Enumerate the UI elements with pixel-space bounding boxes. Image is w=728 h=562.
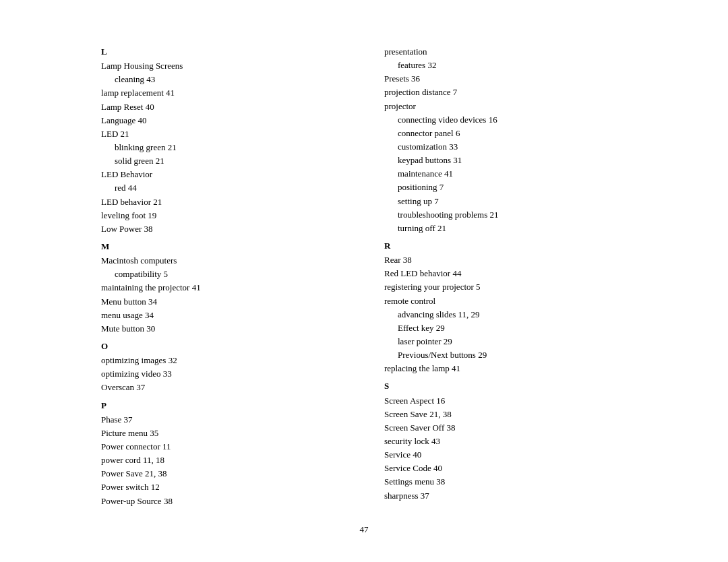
index-entry: customization 33: [384, 140, 627, 154]
index-entry: Low Power 38: [101, 222, 344, 236]
index-entry: troubleshooting problems 21: [384, 208, 627, 222]
index-entry: Presets 36: [384, 72, 627, 86]
index-entry: maintaining the projector 41: [101, 281, 344, 294]
index-entry: remote control: [384, 294, 627, 308]
index-entry: blinking green 21: [101, 141, 344, 154]
index-entry: Red LED behavior 44: [384, 267, 627, 280]
index-entry: Settings menu 38: [384, 475, 627, 489]
index-entry: turning off 21: [384, 222, 627, 235]
index-entry: Power Save 21, 38: [101, 467, 344, 480]
index-entry: Power switch 12: [101, 480, 344, 494]
index-entry: power cord 11, 18: [101, 454, 344, 467]
left-column: LLamp Housing Screenscleaning 43lamp rep…: [101, 45, 344, 512]
index-entry: advancing slides 11, 29: [384, 308, 627, 321]
index-entry: security lock 43: [384, 435, 627, 448]
index-entry: Previous/Next buttons 29: [384, 348, 627, 362]
index-entry: menu usage 34: [101, 309, 344, 322]
index-entry: sharpness 37: [384, 489, 627, 503]
index-entry: LED 21: [101, 127, 344, 141]
index-entry: Phase 37: [101, 413, 344, 427]
index-entry: Language 40: [101, 114, 344, 127]
index-entry: Mute button 30: [101, 322, 344, 336]
index-entry: registering your projector 5: [384, 280, 627, 294]
index-entry: Overscan 37: [101, 381, 344, 394]
index-entry: Power-up Source 38: [101, 495, 344, 508]
index-entry: Screen Aspect 16: [384, 394, 627, 408]
page-number: 47: [101, 524, 627, 535]
index-entry: Lamp Reset 40: [101, 100, 344, 114]
page: LLamp Housing Screenscleaning 43lamp rep…: [101, 45, 627, 517]
index-entry: leveling foot 19: [101, 209, 344, 222]
index-entry: connector panel 6: [384, 127, 627, 140]
index-entry: Lamp Housing Screens: [101, 59, 344, 73]
index-entry: optimizing images 32: [101, 354, 344, 367]
index-entry: laser pointer 29: [384, 335, 627, 348]
index-entry: Menu button 34: [101, 295, 344, 309]
index-entry: setting up 7: [384, 195, 627, 208]
index-entry: replacing the lamp 41: [384, 362, 627, 375]
index-entry: solid green 21: [101, 154, 344, 168]
section-letter: R: [384, 239, 627, 253]
index-entry: Macintosh computers: [101, 254, 344, 268]
index-entry: Rear 38: [384, 253, 627, 267]
index-entry: presentation: [384, 45, 627, 59]
index-entry: cleaning 43: [101, 73, 344, 86]
index-entry: projector: [384, 100, 627, 113]
index-entry: LED Behavior: [101, 168, 344, 181]
right-column: presentationfeatures 32Presets 36project…: [384, 45, 627, 512]
section-letter: O: [101, 340, 344, 353]
index-entry: Service 40: [384, 448, 627, 462]
index-columns: LLamp Housing Screenscleaning 43lamp rep…: [101, 45, 627, 512]
index-entry: compatibility 5: [101, 268, 344, 281]
index-entry: optimizing video 33: [101, 367, 344, 381]
section-letter: S: [384, 379, 627, 393]
index-entry: maintenance 41: [384, 167, 627, 181]
index-entry: projection distance 7: [384, 86, 627, 99]
index-entry: Screen Save 21, 38: [384, 408, 627, 421]
section-letter: P: [101, 399, 344, 412]
index-entry: Power connector 11: [101, 440, 344, 454]
index-entry: Screen Saver Off 38: [384, 421, 627, 435]
index-entry: Service Code 40: [384, 462, 627, 475]
section-letter: M: [101, 240, 344, 253]
index-entry: lamp replacement 41: [101, 86, 344, 100]
section-letter: L: [101, 45, 344, 59]
index-entry: features 32: [384, 59, 627, 72]
index-entry: positioning 7: [384, 181, 627, 194]
index-entry: keypad buttons 31: [384, 154, 627, 167]
index-entry: LED behavior 21: [101, 195, 344, 209]
index-entry: Effect key 29: [384, 321, 627, 335]
index-entry: connecting video devices 16: [384, 113, 627, 127]
index-entry: red 44: [101, 181, 344, 195]
index-entry: Picture menu 35: [101, 427, 344, 440]
